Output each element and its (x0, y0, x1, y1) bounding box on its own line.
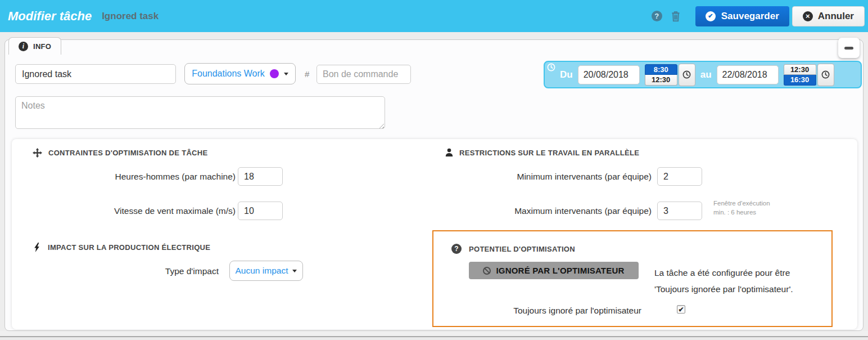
ignored-by-optimiser-badge-label: IGNORÉ PAR L'OPTIMISATEUR (496, 266, 624, 275)
start-time-end[interactable]: 12:30 (645, 75, 677, 86)
help-icon[interactable]: ? (652, 11, 662, 21)
man-hours-input[interactable] (238, 167, 283, 186)
optimiser-description: La tâche a été configurée pour être 'Tou… (654, 265, 793, 297)
cancel-button-label: Annuler (818, 11, 854, 22)
impact-type-select-label: Aucun impact (236, 266, 288, 276)
save-button-label: Sauvegarder (721, 11, 779, 22)
cancel-button[interactable]: × Annuler (792, 6, 865, 26)
min-workers-label: Minimum intervenants (par équipe) (473, 167, 652, 186)
order-number-input[interactable] (317, 65, 411, 84)
minimize-button[interactable] (838, 38, 860, 58)
impact-type-select[interactable]: Aucun impact (229, 261, 303, 281)
start-time-picker-button[interactable] (679, 64, 695, 86)
notes-textarea[interactable] (15, 96, 385, 129)
tab-info-label: INFO (33, 42, 51, 51)
header-actions: ? ✔ Sauvegarder × Annuler (652, 6, 866, 26)
man-hours-label: Heures-hommes (par machine) (57, 167, 236, 186)
start-date-input[interactable] (578, 65, 640, 84)
top-bar: Modifier tâche Ignored task ? ✔ Sauvegar… (0, 0, 868, 32)
section-restrictions-header: RESTRICTIONS SUR LE TRAVAIL EN PARALLÈLE (445, 148, 639, 157)
min-workers-input[interactable] (657, 167, 702, 186)
move-arrows-icon (33, 148, 42, 158)
chevron-down-icon (292, 270, 297, 272)
always-ignored-label: Toujours ignoré par l'optimisateur (462, 306, 641, 316)
end-time-picker-button[interactable] (817, 64, 834, 86)
task-name-input[interactable] (15, 64, 176, 84)
category-select[interactable]: Foundations Work (184, 63, 296, 84)
page-title: Modifier tâche (8, 9, 92, 24)
trash-icon[interactable] (671, 11, 681, 22)
section-impact-title: IMPACT SUR LA PRODUCTION ÉLECTRIQUE (48, 243, 210, 252)
end-date-input[interactable] (717, 65, 779, 84)
clock-icon (547, 63, 555, 71)
lightning-icon (33, 243, 40, 252)
task-edit-card: i INFO Foundations Work # Du 8:30 12:30 … (4, 39, 864, 331)
max-workers-input[interactable] (657, 202, 702, 220)
optimiser-description-line1: La tâche a été configurée pour être (654, 265, 793, 281)
optimiser-description-line2: 'Toujours ignorée par l'optimisateur'. (654, 281, 793, 297)
section-potential-title: POTENTIEL D'OPTIMISATION (469, 245, 575, 253)
minus-icon (844, 47, 853, 50)
start-time-stack: 8:30 12:30 (645, 64, 677, 86)
chevron-down-icon (284, 73, 288, 75)
execution-window-note-line2: min. : 6 heures (713, 208, 770, 217)
execution-window-note: Fenêtre d'exécution min. : 6 heures (713, 199, 770, 217)
max-workers-label: Maximum intervenants (par équipe) (473, 202, 652, 220)
end-time-stack: 12:30 16:30 (784, 64, 816, 86)
task-name-subtitle: Ignored task (102, 11, 159, 22)
settings-panel: CONTRAINTES D'OPTIMISATION DE TÂCHE Heur… (12, 139, 857, 329)
person-icon (445, 148, 454, 157)
footer-under (0, 337, 868, 340)
category-select-label: Foundations Work (192, 69, 265, 79)
end-time-group: 12:30 16:30 (784, 64, 834, 86)
ignored-by-optimiser-badge: IGNORÉ PAR L'OPTIMISATEUR (469, 262, 639, 279)
check-circle-icon: ✔ (706, 11, 716, 21)
section-constraints-title: CONTRAINTES D'OPTIMISATION DE TÂCHE (48, 149, 207, 157)
start-time-begin[interactable]: 8:30 (645, 64, 677, 75)
wind-speed-label: Vitesse de vent maximale (m/s) (57, 202, 236, 220)
cancel-circle-icon: × (803, 11, 813, 21)
end-time-end[interactable]: 16:30 (784, 75, 816, 86)
execution-window-note-line1: Fenêtre d'exécution (713, 199, 770, 208)
ban-icon (483, 267, 491, 275)
category-color-dot (270, 69, 279, 78)
info-icon: i (19, 42, 28, 51)
impact-type-label: Type d'impact (68, 261, 219, 281)
section-constraints-header: CONTRAINTES D'OPTIMISATION DE TÂCHE (33, 148, 207, 158)
to-label: au (700, 69, 712, 80)
end-time-begin[interactable]: 12:30 (784, 64, 816, 75)
start-time-group: 8:30 12:30 (645, 64, 695, 86)
order-number-hash: # (305, 69, 309, 79)
question-circle-icon: ? (451, 244, 462, 254)
from-label: Du (560, 69, 573, 80)
wind-speed-input[interactable] (238, 202, 283, 220)
save-button[interactable]: ✔ Sauvegarder (695, 6, 789, 26)
always-ignored-checkbox[interactable]: ✔ (677, 305, 685, 314)
section-potential-header: ? POTENTIEL D'OPTIMISATION (451, 244, 575, 254)
tab-info[interactable]: i INFO (8, 37, 61, 55)
date-range-widget: Du 8:30 12:30 au 12:30 16:30 (544, 61, 862, 88)
section-impact-header: IMPACT SUR LA PRODUCTION ÉLECTRIQUE (33, 243, 210, 252)
section-restrictions-title: RESTRICTIONS SUR LE TRAVAIL EN PARALLÈLE (459, 149, 639, 157)
